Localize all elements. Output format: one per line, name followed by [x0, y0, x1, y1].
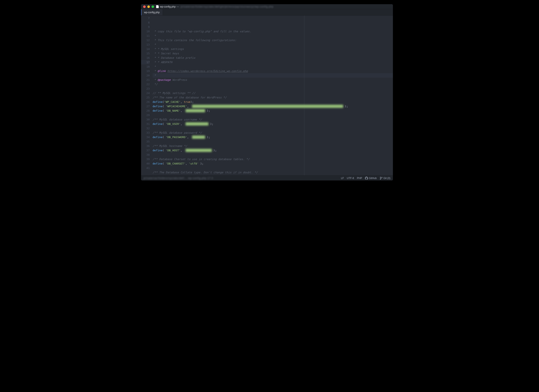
- gutter-line-number: 37: [141, 148, 150, 153]
- code-line[interactable]: * * MySQL settings: [153, 47, 393, 51]
- code-line[interactable]: define( 'DB_HOST', 'db.example.com' );: [153, 148, 393, 153]
- gutter-line-number: 39: [141, 157, 150, 161]
- status-encoding[interactable]: UTF-8: [347, 177, 354, 180]
- gutter-line-number: 12: [141, 38, 150, 42]
- code-line[interactable]: [153, 153, 393, 157]
- gutter-line-number: 36: [141, 144, 150, 148]
- code-line[interactable]: * * Database table prefix: [153, 56, 393, 60]
- code-line[interactable]: *: [153, 42, 393, 47]
- tab-bar: wp-config.php: [141, 9, 393, 15]
- status-line-ending[interactable]: LF: [341, 177, 344, 180]
- gutter-line-number: 21: [141, 78, 150, 82]
- code-line[interactable]: /** Database Charset to use in creating …: [153, 157, 393, 161]
- gutter-line-number: 16: [141, 56, 150, 60]
- code-line[interactable]: *: [153, 64, 393, 69]
- gutter-line-number: 15: [141, 51, 150, 56]
- code-line[interactable]: *: [153, 73, 393, 78]
- status-language[interactable]: PHP: [357, 177, 362, 180]
- gutter-line-number: 38: [141, 153, 150, 157]
- window-title-path: private/var/folder/xyz/abc/def/ghi/jkl/m…: [181, 5, 274, 8]
- code-line[interactable]: [153, 166, 393, 170]
- code-line[interactable]: /** The name of the database for WordPre…: [153, 95, 393, 100]
- gutter-line-number: 33: [141, 130, 150, 135]
- titlebar: wp-config.php — private/var/folder/xyz/a…: [141, 4, 393, 9]
- maximize-icon[interactable]: [152, 5, 154, 8]
- tab-wp-config[interactable]: wp-config.php: [141, 9, 163, 15]
- gutter-line-number: 32: [141, 126, 150, 130]
- svg-point-1: [380, 179, 381, 179]
- gutter-line-number: 34: [141, 135, 150, 139]
- code-line[interactable]: define( 'DB_NAME', 'example_db' );: [153, 109, 393, 113]
- code-line[interactable]: * This file contains the following confi…: [153, 38, 393, 42]
- window-title-sep: —: [177, 5, 179, 8]
- svg-point-2: [382, 177, 382, 177]
- gutter-line-number: 14: [141, 47, 150, 51]
- code-line[interactable]: * @link https://codex.wordpress.org/Edit…: [153, 69, 393, 73]
- code-content[interactable]: * copy this file to "wp-config.php" and …: [153, 15, 393, 175]
- gutter-line-number: 24: [141, 91, 150, 95]
- code-line[interactable]: define( 'DB_COLLATE', '' );: [153, 175, 393, 175]
- gutter-line-number: 10: [141, 29, 150, 33]
- gutter-line-number: 17: [141, 60, 150, 64]
- gutter-line-number: 28: [141, 109, 150, 113]
- gutter-line-number: 40: [141, 161, 150, 166]
- file-icon: [156, 5, 159, 8]
- github-icon: [365, 177, 368, 180]
- code-line[interactable]: define( 'WPCACHEHOME', '/private/var/fol…: [153, 104, 393, 109]
- gutter-line-number: 19: [141, 69, 150, 73]
- status-bar: private/var/folders/xyz/abc/def/... wp-c…: [141, 175, 393, 181]
- code-line[interactable]: /** MySQL database password */: [153, 130, 393, 135]
- code-line[interactable]: [153, 86, 393, 91]
- code-line[interactable]: /** MySQL hostname */: [153, 144, 393, 148]
- close-icon[interactable]: [143, 5, 146, 8]
- code-line[interactable]: * * ABSPATH: [153, 60, 393, 64]
- gutter-line-number: 18: [141, 64, 150, 69]
- code-line[interactable]: *: [153, 33, 393, 38]
- editor-window: wp-config.php — private/var/folder/xyz/a…: [141, 4, 393, 181]
- gutter-line-number: 11: [141, 33, 150, 38]
- minimize-icon[interactable]: [147, 5, 150, 8]
- svg-point-0: [380, 177, 381, 177]
- gutter-line-number: 8: [141, 20, 150, 25]
- gutter-line-number: 22: [141, 82, 150, 86]
- code-line[interactable]: */: [153, 82, 393, 86]
- gutter-line-number: 30: [141, 117, 150, 122]
- gutter: 7891011121314151617181920212223242526272…: [141, 15, 153, 175]
- window-controls: [143, 5, 154, 8]
- gutter-line-number: 13: [141, 42, 150, 47]
- code-line[interactable]: [153, 113, 393, 117]
- code-line[interactable]: define('WP_CACHE', true);: [153, 100, 393, 104]
- tab-label: wp-config.php: [144, 11, 160, 14]
- gutter-line-number: 27: [141, 104, 150, 109]
- code-line[interactable]: /** The Database Collate type. Don't cha…: [153, 170, 393, 175]
- code-line[interactable]: [153, 126, 393, 130]
- status-github[interactable]: GitHub: [365, 177, 376, 180]
- code-line[interactable]: * * Secret keys: [153, 51, 393, 56]
- code-line[interactable]: define( 'DB_USER', 'example_user' );: [153, 122, 393, 126]
- gutter-line-number: 31: [141, 122, 150, 126]
- gutter-line-number: 7: [141, 16, 150, 20]
- code-line[interactable]: * @package WordPress: [153, 78, 393, 82]
- code-line[interactable]: [153, 139, 393, 144]
- status-path: private/var/folders/xyz/abc/def/... wp-c…: [144, 177, 341, 180]
- gutter-line-number: 23: [141, 86, 150, 91]
- gutter-line-number: 35: [141, 139, 150, 144]
- gutter-line-number: 29: [141, 113, 150, 117]
- gutter-line-number: 41: [141, 166, 150, 170]
- window-title-filename: wp-config.php: [160, 5, 176, 8]
- editor-area[interactable]: 7891011121314151617181920212223242526272…: [141, 15, 393, 175]
- code-line[interactable]: /** MySQL database username */: [153, 117, 393, 122]
- code-line[interactable]: define( 'DB_PASSWORD', 'secret' );: [153, 135, 393, 139]
- gutter-line-number: 20: [141, 73, 150, 78]
- status-git[interactable]: Git (0): [380, 177, 390, 180]
- gutter-line-number: 9: [141, 25, 150, 29]
- code-line[interactable]: * copy this file to "wp-config.php" and …: [153, 29, 393, 33]
- gutter-line-number: 25: [141, 95, 150, 100]
- code-line[interactable]: define( 'DB_CHARSET', 'utf8' );: [153, 161, 393, 166]
- git-branch-icon: [380, 177, 383, 180]
- gutter-line-number: 26: [141, 100, 150, 104]
- code-line[interactable]: // ** MySQL settings ** //: [153, 91, 393, 95]
